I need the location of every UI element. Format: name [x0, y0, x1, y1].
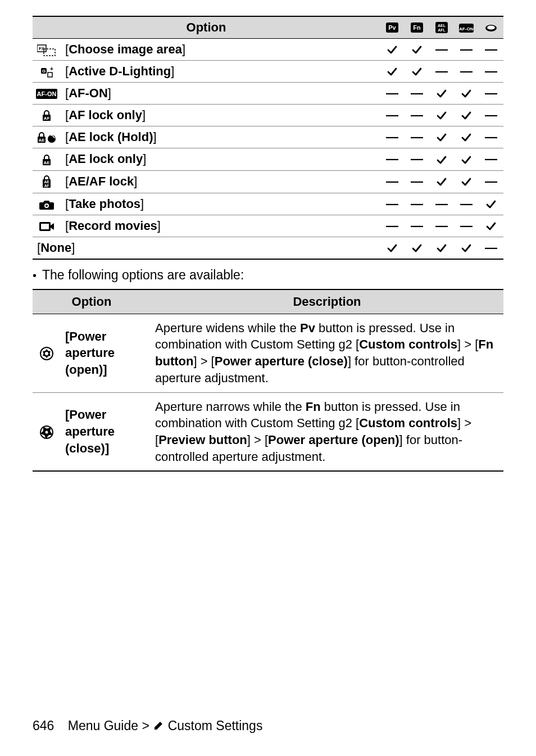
availability-cell: —: [380, 148, 405, 170]
availability-cell: [454, 83, 479, 105]
svg-text:AFL: AFL: [438, 28, 446, 32]
availability-cell: —: [454, 39, 479, 61]
availability-cell: [405, 237, 429, 259]
breadcrumb-after: Custom Settings: [168, 718, 263, 733]
option-name: [Power aperture (open)]: [61, 314, 151, 392]
options-intro-text: The following options are available:: [42, 268, 244, 283]
availability-cell: —: [429, 215, 454, 237]
option-label: [AE lock (Hold)]: [61, 126, 380, 148]
availability-cell: —: [479, 83, 503, 105]
availability-cell: —: [405, 105, 429, 126]
availability-cell: —: [380, 170, 405, 193]
availability-cell: —: [380, 83, 405, 105]
af-lock-icon: AF: [33, 105, 61, 126]
col-option: Option: [33, 289, 151, 314]
availability-cell: [429, 148, 454, 170]
svg-text:Fn: Fn: [413, 24, 421, 31]
availability-cell: [429, 105, 454, 126]
availability-cell: —: [479, 39, 503, 61]
availability-cell: —: [479, 61, 503, 83]
availability-cell: —: [429, 61, 454, 83]
availability-cell: [380, 39, 405, 61]
option-row: G+[Active D-Lighting]———: [33, 61, 503, 83]
availability-cell: [479, 193, 503, 215]
ctx-fn: Fn: [405, 16, 429, 39]
availability-cell: [479, 215, 503, 237]
ae-hold-icon: AE: [33, 126, 61, 148]
option-label: [AE/AF lock]: [61, 170, 380, 193]
option-row: [Record movies]————: [33, 215, 503, 237]
option-description: Aperture narrows while the Fn button is …: [151, 392, 503, 471]
option-label: [AF-ON]: [61, 83, 380, 105]
option-row: AE[AE lock (Hold)]———: [33, 126, 503, 148]
option-row: AE[AE lock only]———: [33, 148, 503, 170]
availability-cell: [405, 61, 429, 83]
availability-cell: —: [479, 148, 503, 170]
afon-icon: AF-ON: [33, 83, 61, 105]
availability-cell: [454, 237, 479, 259]
desc-row: [Power aperture (close)]Aperture narrows…: [33, 392, 503, 471]
svg-rect-13: [44, 49, 55, 56]
option-row-none: [None]—: [33, 237, 503, 259]
svg-text:AF-ON: AF-ON: [37, 90, 57, 97]
option-label: [Record movies]: [61, 215, 380, 237]
ctx-pv: Pv: [380, 16, 405, 39]
pencil-icon: [153, 720, 164, 731]
options-availability-table: Option Pv Fn AELAFL AF-ON FX[Choose imag…: [33, 16, 503, 260]
option-label: [Choose image area]: [61, 39, 380, 61]
option-label: [None]: [33, 237, 380, 259]
options-description-table: Option Description [Power aperture (open…: [33, 289, 503, 472]
option-row: AF[AF lock only]———: [33, 105, 503, 126]
availability-cell: —: [405, 193, 429, 215]
availability-cell: —: [405, 215, 429, 237]
availability-cell: —: [429, 39, 454, 61]
ctx-lens: [479, 16, 503, 39]
availability-cell: —: [479, 170, 503, 193]
availability-cell: [429, 170, 454, 193]
aeaf-lock-icon: AEAF: [33, 170, 61, 193]
svg-text:AE: AE: [43, 160, 50, 165]
svg-point-10: [487, 26, 495, 30]
availability-cell: [454, 148, 479, 170]
page-number: 646: [33, 718, 54, 733]
availability-cell: [454, 170, 479, 193]
svg-text:AF: AF: [44, 184, 49, 188]
desc-row: [Power aperture (open)]Aperture widens w…: [33, 314, 503, 392]
availability-cell: —: [405, 148, 429, 170]
option-name: [Power aperture (close)]: [61, 392, 151, 471]
option-label: [AF lock only]: [61, 105, 380, 126]
svg-text:Pv: Pv: [388, 24, 396, 31]
availability-cell: —: [380, 126, 405, 148]
svg-text:AE: AE: [38, 138, 45, 143]
svg-rect-17: [48, 73, 52, 77]
availability-cell: —: [380, 193, 405, 215]
svg-point-36: [46, 431, 48, 434]
availability-cell: —: [479, 126, 503, 148]
availability-cell: [454, 126, 479, 148]
col-description: Description: [151, 289, 503, 314]
svg-text:AF-ON: AF-ON: [459, 26, 474, 31]
availability-cell: [380, 237, 405, 259]
gj-light-icon: G+: [33, 61, 61, 83]
svg-point-24: [48, 135, 56, 143]
option-row: AF-ON[AF-ON]———: [33, 83, 503, 105]
availability-cell: —: [454, 193, 479, 215]
bullet-icon: •: [33, 268, 37, 283]
option-label: [AE lock only]: [61, 148, 380, 170]
option-row: AEAF[AE/AF lock]———: [33, 170, 503, 193]
movie-icon: [33, 215, 61, 237]
option-label: [Active D-Lighting]: [61, 61, 380, 83]
ctx-ael: AELAFL: [429, 16, 454, 39]
svg-text:+: +: [50, 66, 53, 72]
svg-text:AF: AF: [44, 116, 50, 121]
availability-cell: [429, 126, 454, 148]
col-option: Option: [33, 16, 380, 39]
option-row: [Take photos]————: [33, 193, 503, 215]
options-intro: • The following options are available:: [33, 268, 503, 283]
availability-cell: —: [380, 215, 405, 237]
ae-lock-icon: AE: [33, 148, 61, 170]
availability-cell: —: [405, 170, 429, 193]
availability-cell: [429, 83, 454, 105]
availability-cell: —: [479, 237, 503, 259]
option-label: [Take photos]: [61, 193, 380, 215]
